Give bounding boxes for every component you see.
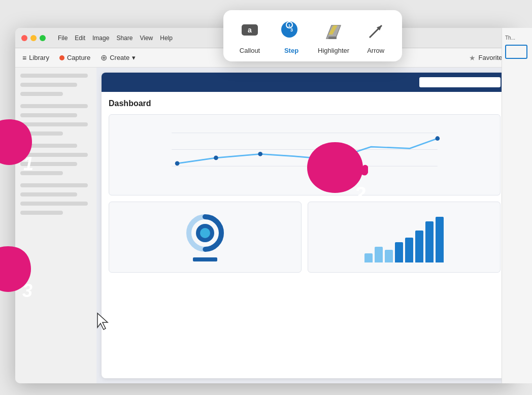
toolbar-right: ★ Favorites [469,54,506,62]
bar-item [415,231,423,262]
svg-text:3: 3 [290,27,293,32]
sidebar-line-1 [20,74,88,78]
dashboard-header [102,73,508,92]
right-panel-text: Th... [505,35,529,41]
main-content: Dashboard [15,68,513,383]
create-button[interactable]: ⊕ Create ▾ [101,53,136,62]
bar-item [375,247,383,263]
arrow-tool-button[interactable]: Arrow [360,19,391,54]
sidebar-line-3 [20,92,63,96]
step-tool-button[interactable]: 2 3 1 Step [276,19,307,54]
maximize-button[interactable] [40,35,46,41]
menu-view[interactable]: View [140,35,153,42]
donut-chart-card [109,202,302,273]
callout-tool-label: Callout [240,47,260,54]
step-icon: 2 3 1 [279,19,304,44]
svg-text:1: 1 [288,23,291,28]
highlighter-icon [321,19,346,44]
svg-point-5 [258,152,262,156]
menu-image[interactable]: Image [92,35,109,42]
arrow-icon [363,19,388,44]
content-area: Dashboard [96,68,513,383]
hamburger-icon: ≡ [22,54,26,62]
search-bar[interactable] [419,77,501,87]
capture-icon [59,55,64,60]
bar-chart-container [359,212,449,262]
capture-button[interactable]: Capture [59,54,90,61]
menu-help[interactable]: Help [160,35,173,42]
menu-edit[interactable]: Edit [75,35,85,42]
library-button[interactable]: ≡ Library [22,54,49,62]
bar-item [405,238,413,263]
menu-file[interactable]: File [58,35,68,42]
bar-item [364,253,373,262]
bar-item [395,242,403,263]
sidebar-line-14 [20,202,88,206]
dropdown-arrow-icon: ▾ [132,54,136,61]
sidebar-line-15 [20,211,63,215]
svg-rect-21 [328,37,337,39]
bar-item [436,217,444,262]
callout-popup: a Callout 2 3 1 Step [223,10,402,61]
dashboard-panel: Dashboard [102,73,508,378]
menu-bar: File Edit Image Share View Help [58,35,173,42]
dashboard-title: Dashboard [109,99,501,108]
svg-point-7 [435,136,440,141]
bar-item [425,221,434,262]
minimize-button[interactable] [30,35,37,41]
right-panel: Th... [502,28,532,383]
star-icon: ★ [469,54,476,62]
highlighter-tool-label: Highlighter [318,47,349,54]
svg-point-4 [214,156,218,160]
plus-icon: ⊕ [101,53,107,62]
donut-chart-svg [185,213,225,253]
highlighter-tool-button[interactable]: Highlighter [318,19,349,54]
svg-marker-25 [97,313,108,330]
svg-point-11 [200,228,210,238]
step-tool-label: Step [284,47,298,54]
close-button[interactable] [21,35,27,41]
sidebar-line-2 [20,83,77,87]
bar-item [385,250,393,262]
svg-point-3 [175,161,180,166]
arrow-tool-label: Arrow [367,47,384,54]
right-panel-box [505,45,527,59]
cards-row [109,202,501,273]
callout-tool-button[interactable]: a Callout [235,19,265,54]
app-window: File Edit Image Share View Help ≡ Librar… [15,28,513,383]
donut-base [193,257,217,261]
window-controls [21,35,46,41]
menu-share[interactable]: Share [116,35,132,42]
bar-chart-card [308,202,501,273]
callout-icon: a [238,19,262,44]
cursor-icon [95,312,110,333]
sidebar-line-12 [20,183,88,187]
svg-text:a: a [248,26,252,34]
sidebar-line-4 [20,104,88,108]
sidebar-line-13 [20,192,77,196]
